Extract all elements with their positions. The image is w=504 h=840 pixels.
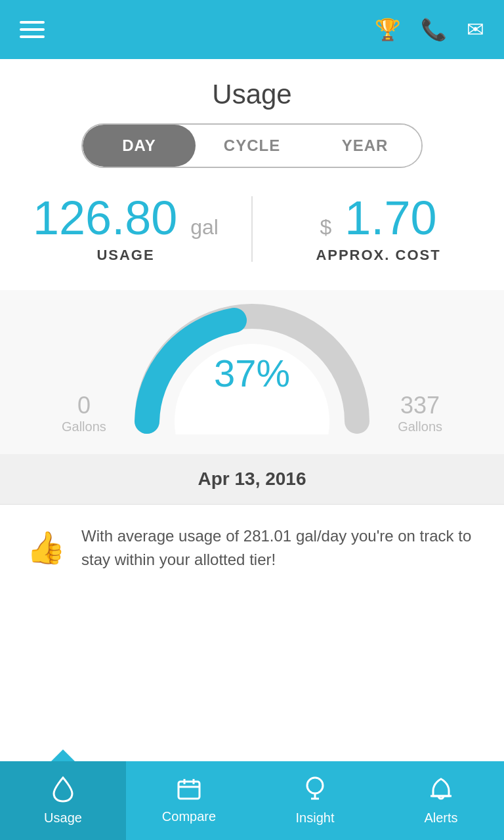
svg-rect-1 [178, 782, 200, 799]
insight-nav-icon [304, 776, 326, 807]
alerts-nav-icon [429, 776, 453, 807]
gauge-right-number: 337 [398, 392, 442, 419]
insight-message: With average usage of 281.01 gal/day you… [81, 524, 478, 572]
gauge-left-number: 0 [62, 392, 106, 419]
cost-value: $ 1.70 [279, 194, 478, 242]
page-title: Usage [0, 59, 504, 123]
cost-stat: $ 1.70 APPROX. COST [253, 194, 504, 264]
thumbs-up-icon: 👍 [26, 530, 66, 566]
menu-button[interactable] [20, 21, 45, 38]
nav-alerts-label: Alerts [424, 810, 457, 826]
header: 🏆 📞 ✉ [0, 0, 504, 59]
stats-row: 126.80 gal USAGE $ 1.70 APPROX. COST [0, 194, 504, 264]
tab-selector: DAY CYCLE YEAR [81, 123, 423, 168]
date-bar: Apr 13, 2016 [0, 454, 504, 504]
nav-insight-label: Insight [296, 810, 335, 826]
usage-label: USAGE [26, 247, 225, 264]
usage-value: 126.80 gal [26, 194, 225, 242]
nav-usage-label: Usage [44, 810, 82, 826]
nav-compare-label: Compare [162, 809, 216, 824]
mail-icon[interactable]: ✉ [467, 17, 484, 42]
header-icons: 🏆 📞 ✉ [375, 17, 484, 42]
gauge-chart: 37% [127, 297, 377, 434]
tab-year[interactable]: YEAR [308, 125, 421, 167]
nav-insight[interactable]: Insight [252, 761, 378, 840]
date-text: Apr 13, 2016 [198, 469, 306, 489]
phone-icon[interactable]: 📞 [421, 17, 447, 42]
gauge-left-text: Gallons [62, 419, 106, 434]
insight-section: 👍 With average usage of 281.01 gal/day y… [0, 504, 504, 591]
usage-stat: 126.80 gal USAGE [0, 194, 251, 264]
trophy-icon[interactable]: 🏆 [375, 17, 401, 42]
gauge-percent: 37% [214, 350, 290, 394]
compare-nav-icon [177, 778, 201, 805]
tab-day[interactable]: DAY [83, 125, 196, 167]
gauge-section: 0 Gallons 37% 337 Gallons Apr 13, 2016 [0, 290, 504, 504]
bottom-nav: Usage Compare Insight [0, 761, 504, 840]
gauge-right-label: 337 Gallons [398, 392, 442, 434]
usage-nav-icon [51, 776, 75, 807]
nav-alerts[interactable]: Alerts [378, 761, 504, 840]
tab-cycle[interactable]: CYCLE [196, 125, 308, 167]
tab-group: DAY CYCLE YEAR [81, 123, 423, 168]
nav-compare[interactable]: Compare [126, 761, 252, 840]
gauge-right-text: Gallons [398, 419, 442, 434]
nav-usage[interactable]: Usage [0, 761, 126, 840]
svg-point-5 [307, 778, 323, 793]
gauge-left-label: 0 Gallons [62, 392, 106, 434]
cost-label: APPROX. COST [279, 247, 478, 264]
